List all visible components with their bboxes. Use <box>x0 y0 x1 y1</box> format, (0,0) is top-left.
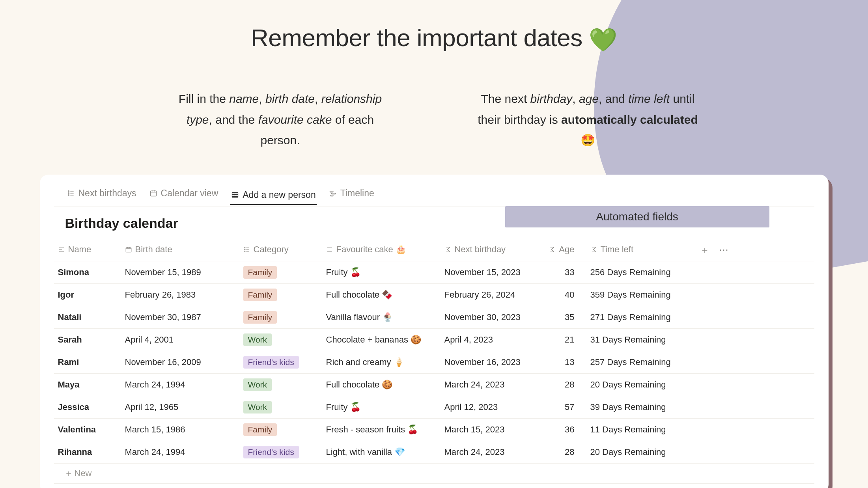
calendar-icon <box>149 189 158 197</box>
col-header-favourite-cake[interactable]: Favourite cake 🎂 <box>322 239 441 261</box>
svg-rect-5 <box>330 191 333 192</box>
new-row-button[interactable]: ＋New <box>54 463 814 483</box>
cell-time-left: 11 Days Remaining <box>586 418 689 441</box>
svg-point-1 <box>68 193 69 194</box>
col-header-next-birthday[interactable]: Next birthday <box>441 239 543 261</box>
cell-category[interactable]: Work <box>239 373 322 396</box>
table-icon <box>231 191 239 199</box>
text-lines-icon <box>326 246 333 253</box>
cell-name[interactable]: Maya <box>54 373 121 396</box>
cell-favourite-cake[interactable]: Fresh - season fruits 🍒 <box>322 418 441 441</box>
cell-favourite-cake[interactable]: Fruity 🍒 <box>322 396 441 418</box>
cell-name[interactable]: Valentina <box>54 418 121 441</box>
list-icon <box>67 189 75 197</box>
table-row[interactable]: ValentinaMarch 15, 1986FamilyFresh - sea… <box>54 418 814 441</box>
col-header-name[interactable]: Name <box>54 239 121 261</box>
cell-age: 35 <box>543 306 586 328</box>
svg-rect-8 <box>126 247 131 252</box>
cell-time-left: 256 Days Remaining <box>586 261 689 283</box>
cell-name[interactable]: Rihanna <box>54 441 121 463</box>
category-tag: Work <box>243 378 272 391</box>
cell-name[interactable]: Simona <box>54 261 121 283</box>
cell-next-birthday: November 16, 2023 <box>441 351 543 373</box>
cell-favourite-cake[interactable]: Full chocolate 🍫 <box>322 283 441 306</box>
cell-name[interactable]: Igor <box>54 283 121 306</box>
svg-rect-3 <box>150 191 156 196</box>
cell-category[interactable]: Work <box>239 396 322 418</box>
cell-birth-date[interactable]: November 15, 1989 <box>121 261 239 283</box>
cell-category[interactable]: Family <box>239 306 322 328</box>
cell-time-left: 20 Days Remaining <box>586 441 689 463</box>
cell-age: 21 <box>543 328 586 351</box>
cell-favourite-cake[interactable]: Rich and creamy 🍦 <box>322 351 441 373</box>
cell-next-birthday: March 24, 2023 <box>441 441 543 463</box>
category-tag: Family <box>243 423 277 436</box>
cell-name[interactable]: Sarah <box>54 328 121 351</box>
database-panel: Next birthdaysCalendar viewAdd a new per… <box>40 175 829 488</box>
cell-next-birthday: April 12, 2023 <box>441 396 543 418</box>
cell-name[interactable]: Jessica <box>54 396 121 418</box>
cell-favourite-cake[interactable]: Vanilla flavour 🍨 <box>322 306 441 328</box>
table-row[interactable]: SimonaNovember 15, 1989FamilyFruity 🍒Nov… <box>54 261 814 283</box>
text-icon <box>58 246 65 253</box>
svg-point-9 <box>244 247 245 248</box>
cell-favourite-cake[interactable]: Light, with vanilla 💎 <box>322 441 441 463</box>
cell-name[interactable]: Natali <box>54 306 121 328</box>
table-row[interactable]: RihannaMarch 24, 1994Friend's kidsLight,… <box>54 441 814 463</box>
cell-category[interactable]: Work <box>239 328 322 351</box>
svg-rect-6 <box>331 193 335 194</box>
cell-category[interactable]: Friend's kids <box>239 441 322 463</box>
page-title: Remember the important dates 💚 <box>0 24 868 53</box>
table-row[interactable]: JessicaApril 12, 1965WorkFruity 🍒April 1… <box>54 396 814 418</box>
cell-time-left: 271 Days Remaining <box>586 306 689 328</box>
col-header-actions: ＋ ⋯ <box>689 239 814 261</box>
add-column-button[interactable]: ＋ <box>700 244 709 255</box>
cell-name[interactable]: Rami <box>54 351 121 373</box>
multiselect-icon <box>243 246 250 253</box>
cell-birth-date[interactable]: March 15, 1986 <box>121 418 239 441</box>
cell-category[interactable]: Family <box>239 261 322 283</box>
table-row[interactable]: NataliNovember 30, 1987FamilyVanilla fla… <box>54 306 814 328</box>
cell-birth-date[interactable]: April 4, 2001 <box>121 328 239 351</box>
cell-age: 28 <box>543 441 586 463</box>
cell-favourite-cake[interactable]: Full chocolate 🍪 <box>322 373 441 396</box>
cell-birth-date[interactable]: February 26, 1983 <box>121 283 239 306</box>
tab-next-birthdays[interactable]: Next birthdays <box>66 186 137 203</box>
cell-category[interactable]: Family <box>239 418 322 441</box>
cell-next-birthday: March 15, 2023 <box>441 418 543 441</box>
cell-category[interactable]: Friend's kids <box>239 351 322 373</box>
cell-birth-date[interactable]: November 16, 2009 <box>121 351 239 373</box>
col-header-time-left[interactable]: Time left <box>586 239 689 261</box>
cell-favourite-cake[interactable]: Chocolate + bananas 🍪 <box>322 328 441 351</box>
cell-birth-date[interactable]: March 24, 1994 <box>121 373 239 396</box>
tab-label: Timeline <box>340 188 374 199</box>
cell-time-left: 20 Days Remaining <box>586 373 689 396</box>
tab-timeline[interactable]: Timeline <box>328 186 375 203</box>
cell-birth-date[interactable]: March 24, 1994 <box>121 441 239 463</box>
category-tag: Family <box>243 289 277 301</box>
more-options-button[interactable]: ⋯ <box>719 244 728 255</box>
automated-fields-label: Automated fields <box>505 206 769 227</box>
cell-birth-date[interactable]: April 12, 1965 <box>121 396 239 418</box>
cell-favourite-cake[interactable]: Fruity 🍒 <box>322 261 441 283</box>
category-tag: Friend's kids <box>243 356 299 369</box>
tab-calendar-view[interactable]: Calendar view <box>148 186 219 203</box>
category-tag: Work <box>243 401 272 413</box>
table-row[interactable]: SarahApril 4, 2001WorkChocolate + banana… <box>54 328 814 351</box>
cell-next-birthday: April 4, 2023 <box>441 328 543 351</box>
svg-point-11 <box>244 251 245 251</box>
col-header-category[interactable]: Category <box>239 239 322 261</box>
table-row[interactable]: MayaMarch 24, 1994WorkFull chocolate 🍪Ma… <box>54 373 814 396</box>
cell-age: 36 <box>543 418 586 441</box>
col-header-age[interactable]: Age <box>543 239 586 261</box>
hero-section: Remember the important dates 💚 Fill in t… <box>0 0 868 151</box>
tab-add-person[interactable]: Add a new person <box>230 188 316 205</box>
subtitle-right: The next birthday, age, and time left un… <box>478 89 698 151</box>
cell-birth-date[interactable]: November 30, 1987 <box>121 306 239 328</box>
table-row[interactable]: RamiNovember 16, 2009Friend's kidsRich a… <box>54 351 814 373</box>
table-row[interactable]: IgorFebruary 26, 1983FamilyFull chocolat… <box>54 283 814 306</box>
svg-rect-4 <box>232 192 238 197</box>
col-header-birth-date[interactable]: Birth date <box>121 239 239 261</box>
category-tag: Work <box>243 333 272 346</box>
cell-category[interactable]: Family <box>239 283 322 306</box>
